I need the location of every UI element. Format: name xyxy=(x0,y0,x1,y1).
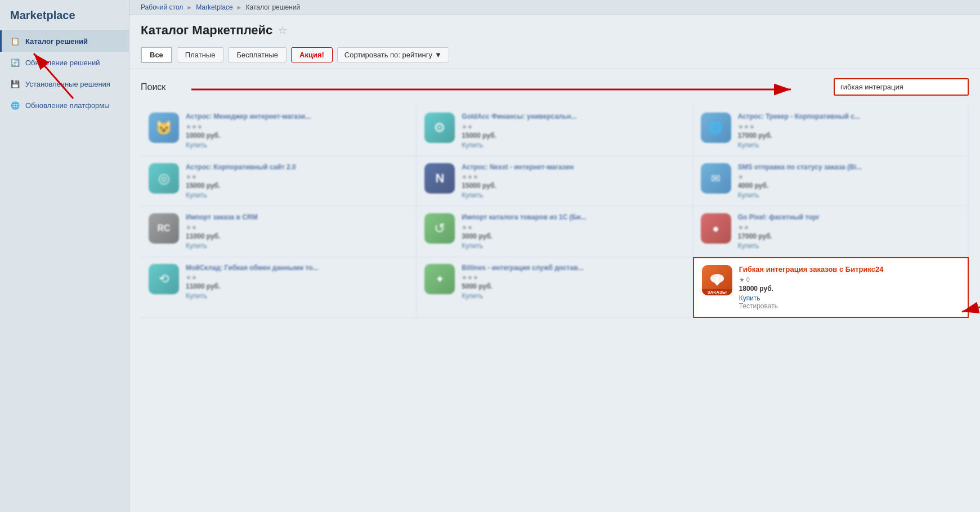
product-card-4[interactable]: N Астрос: Nexxt - интернет-магазин ★★★ 1… xyxy=(417,156,692,207)
product-info-1: GoldAcc Финансы: универсальн... ★★ 15000… xyxy=(462,113,684,149)
product-icon-11: ЗАКАЗЫ xyxy=(702,265,732,295)
product-name-10: Billines - интеграция служб достав... xyxy=(462,264,684,273)
product-name-2: Астрос: Трекер - Корпоративный с... xyxy=(738,113,960,122)
favorite-star-icon[interactable]: ☆ xyxy=(278,24,287,37)
product-icon-1: ⚙ xyxy=(424,113,455,143)
product-icon-0: 😺 xyxy=(149,113,179,143)
product-card-10[interactable]: ✦ Billines - интеграция служб достав... … xyxy=(417,257,692,318)
product-card-11[interactable]: ЗАКАЗЫ Гибкая интеграция заказов с Битри… xyxy=(693,257,969,318)
product-buy-9[interactable]: Купить xyxy=(186,292,408,300)
filter-sale-button[interactable]: Акция! xyxy=(291,47,333,62)
product-price-3: 15000 руб. xyxy=(186,182,408,190)
product-buy-0[interactable]: Купить xyxy=(186,141,408,149)
product-info-7: Импорт каталога товаров из 1С (Би... ★★ … xyxy=(462,213,684,250)
product-price-1: 15000 руб. xyxy=(462,132,684,140)
product-buy-2[interactable]: Купить xyxy=(738,141,960,149)
platform-icon: 🌐 xyxy=(10,100,21,111)
product-name-11: Гибкая интеграция заказов с Битрикс24 xyxy=(739,265,960,275)
product-info-5: SMS отправка по статусу заказа (Bi... ★ … xyxy=(738,163,960,200)
breadcrumb-sep2: ► xyxy=(236,4,243,11)
sidebar-item-platform-label: Обновление платформы xyxy=(25,101,110,110)
product-card-6[interactable]: RC Импорт заказа в CRM ★★ 11000 руб. Куп… xyxy=(141,206,417,257)
svg-marker-8 xyxy=(713,281,721,286)
product-price-5: 4000 руб. xyxy=(738,182,960,190)
product-card-5[interactable]: ✉ SMS отправка по статусу заказа (Bi... … xyxy=(693,156,969,207)
product-buy-6[interactable]: Купить xyxy=(186,242,408,250)
sidebar-item-updates-label: Обновление решений xyxy=(25,59,100,67)
product-rating-9: ★★ xyxy=(186,274,408,281)
product-price-8: 17000 руб. xyxy=(738,232,960,240)
breadcrumb-sep1: ► xyxy=(186,4,193,11)
product-rating-8: ★★ xyxy=(738,224,960,231)
product-card-1[interactable]: ⚙ GoldAcc Финансы: универсальн... ★★ 150… xyxy=(417,106,692,156)
filter-free-button[interactable]: Бесплатные xyxy=(228,47,287,62)
product-buy-11[interactable]: Купить xyxy=(739,294,960,302)
sidebar-item-installed[interactable]: 💾 Установленные решения xyxy=(0,73,129,95)
product-card-2[interactable]: 🌐 Астрос: Трекер - Корпоративный с... ★★… xyxy=(693,106,969,156)
product-name-1: GoldAcc Финансы: универсальн... xyxy=(462,113,684,122)
product-card-8[interactable]: ● Go Pixel: фасетный торг ★★ 17000 руб. … xyxy=(693,206,969,257)
product-icon-2: 🌐 xyxy=(701,113,731,143)
sidebar-item-catalog[interactable]: 📋 Каталог решений xyxy=(0,30,129,52)
product-rating-6: ★★ xyxy=(186,224,408,231)
product-info-4: Астрос: Nexxt - интернет-магазин ★★★ 150… xyxy=(462,163,684,200)
product-price-6: 11000 руб. xyxy=(186,232,408,240)
product-price-2: 17000 руб. xyxy=(738,132,960,140)
product-info-0: Астрос: Менеджер интернет-магази... ★★★ … xyxy=(186,113,408,149)
breadcrumb-marketplace[interactable]: Marketplace xyxy=(196,3,232,11)
product-price-7: 3000 руб. xyxy=(462,232,684,240)
catalog-icon: 📋 xyxy=(10,35,21,47)
product-icon-4: N xyxy=(424,163,455,194)
product-info-10: Billines - интеграция служб достав... ★★… xyxy=(462,264,684,300)
sidebar-item-installed-label: Установленные решения xyxy=(25,80,110,88)
sidebar-item-platform[interactable]: 🌐 Обновление платформы xyxy=(0,95,129,116)
product-buy-8[interactable]: Купить xyxy=(738,242,960,250)
breadcrumb: Рабочий стол ► Marketplace ► Каталог реш… xyxy=(129,0,980,15)
product-rating-3: ★★ xyxy=(186,173,408,181)
product-name-9: МойСклад: Гибкая обмен данными то... xyxy=(186,264,408,273)
product-buy-3[interactable]: Купить xyxy=(186,191,408,199)
sort-button[interactable]: Сортировать по: рейтингу ▼ xyxy=(337,47,449,62)
product-icon-6: RC xyxy=(149,213,179,244)
product-name-6: Импорт заказа в CRM xyxy=(186,213,408,222)
product-info-2: Астрос: Трекер - Корпоративный с... ★★★ … xyxy=(738,113,960,149)
product-price-10: 5000 руб. xyxy=(462,282,684,290)
product-rating-5: ★ xyxy=(738,173,960,181)
product-price-4: 15000 руб. xyxy=(462,182,684,190)
product-price-0: 10000 руб. xyxy=(186,132,408,140)
product-rating-4: ★★★ xyxy=(462,173,684,181)
product-icon-10: ✦ xyxy=(424,264,455,294)
filter-paid-button[interactable]: Платные xyxy=(177,47,224,62)
sidebar-title: Marketplace xyxy=(0,0,129,30)
product-icon-7: ↺ xyxy=(424,213,455,244)
sidebar-item-updates[interactable]: 🔄 Обновление решений xyxy=(0,52,129,73)
product-name-8: Go Pixel: фасетный торг xyxy=(738,213,960,222)
product-card-3[interactable]: ◎ Астрос: Корпоративный сайт 2.0 ★★ 1500… xyxy=(141,156,417,207)
product-card-7[interactable]: ↺ Импорт каталога товаров из 1С (Би... ★… xyxy=(417,206,692,257)
updates-icon: 🔄 xyxy=(10,57,21,68)
product-icon-3: ◎ xyxy=(149,163,179,194)
product-rating-1: ★★ xyxy=(462,123,684,131)
product-buy-4[interactable]: Купить xyxy=(462,191,684,199)
filter-all-button[interactable]: Все xyxy=(141,47,172,63)
svg-line-5 xyxy=(962,295,980,312)
product-info-9: МойСклад: Гибкая обмен данными то... ★★ … xyxy=(186,264,408,300)
product-card-0[interactable]: 😺 Астрос: Менеджер интернет-магази... ★★… xyxy=(141,106,417,156)
product-info-3: Астрос: Корпоративный сайт 2.0 ★★ 15000 … xyxy=(186,163,408,200)
product-buy-7[interactable]: Купить xyxy=(462,242,684,250)
search-input[interactable] xyxy=(834,78,969,96)
search-input-wrapper xyxy=(834,78,969,96)
product-rating-2: ★★★ xyxy=(738,123,960,131)
product-rating-0: ★★★ xyxy=(186,123,408,131)
product-icon-5: ✉ xyxy=(701,163,731,194)
page-title: Каталог Маркетплейс xyxy=(141,23,272,38)
sort-label: Сортировать по: рейтингу xyxy=(344,51,432,59)
product-test-11[interactable]: Тестировать xyxy=(739,302,960,310)
breadcrumb-desktop[interactable]: Рабочий стол xyxy=(141,3,183,11)
product-buy-10[interactable]: Купить xyxy=(462,292,684,300)
product-buy-1[interactable]: Купить xyxy=(462,141,684,149)
product-buy-5[interactable]: Купить xyxy=(738,191,960,199)
product-rating-10: ★★★ xyxy=(462,274,684,281)
product-card-9[interactable]: ⟲ МойСклад: Гибкая обмен данными то... ★… xyxy=(141,257,417,318)
product-price-11: 18000 руб. xyxy=(739,285,960,293)
